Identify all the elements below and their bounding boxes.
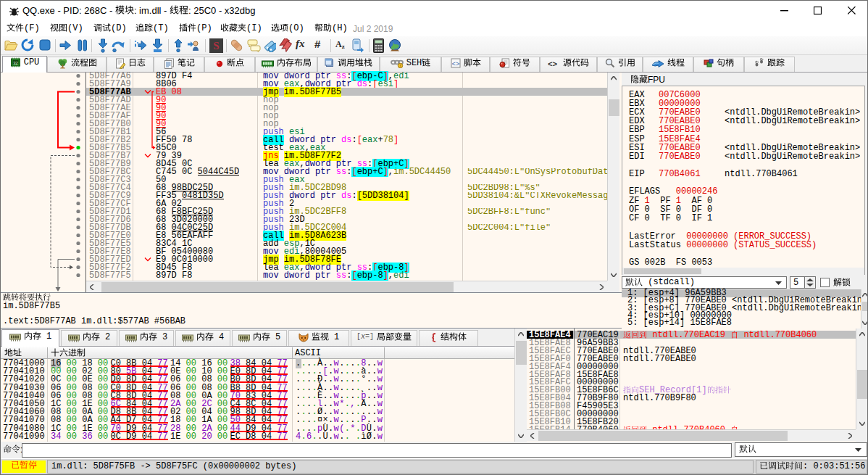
svg-text:S: S [213,40,219,51]
svg-text:<>: <> [548,60,558,68]
svg-text:<>: <> [451,61,459,68]
